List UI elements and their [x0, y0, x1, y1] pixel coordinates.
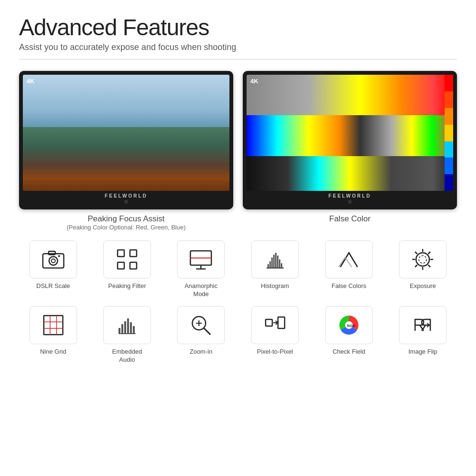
svg-point-4	[58, 255, 60, 257]
histogram-icon-box	[251, 240, 299, 278]
false-colors-label: False Colors	[332, 282, 367, 290]
monitor-natural-caption-title: Peaking Focus Assist	[67, 214, 186, 224]
monitor-natural-wrapper: 4K FEELWORLD Peaking Focus Assist (Peaki…	[19, 71, 233, 231]
screen-natural-visual	[23, 75, 229, 191]
feature-dslr-scale: DSLR Scale	[19, 240, 87, 298]
anamorphic-mode-icon-box	[177, 240, 225, 278]
monitor-false-screen: 4K	[247, 75, 453, 191]
svg-line-27	[415, 252, 417, 254]
monitor-false-wrapper: 4K FEELWORLD	[243, 71, 457, 231]
svg-rect-1	[49, 251, 55, 255]
svg-rect-40	[124, 321, 126, 334]
check-field-label: Check Field	[333, 348, 366, 356]
features-row-2: Nine Grid EmbeddedAudio Z	[19, 306, 457, 364]
anamorphic-mode-label: AnamorphicMode	[185, 282, 218, 298]
svg-rect-38	[119, 328, 120, 334]
svg-rect-48	[266, 319, 272, 326]
false-colorbar	[445, 75, 453, 191]
svg-rect-41	[127, 318, 129, 334]
svg-rect-5	[118, 250, 124, 257]
svg-rect-8	[130, 262, 137, 269]
exposure-icon-box	[399, 240, 446, 278]
svg-rect-43	[133, 326, 135, 334]
feature-histogram: Histogram	[241, 240, 309, 298]
svg-rect-32	[44, 316, 63, 335]
svg-line-30	[415, 265, 417, 268]
feature-false-colors: False Colors	[315, 240, 383, 298]
monitor-natural: 4K FEELWORLD	[19, 71, 233, 209]
camera-icon	[41, 247, 66, 272]
checkfield-icon: RGB	[337, 313, 361, 337]
monitor-natural-logo: FEELWORLD	[23, 193, 229, 198]
svg-rect-6	[130, 250, 137, 257]
svg-rect-42	[130, 322, 132, 334]
feature-peaking-filter: Peaking Filter	[93, 240, 161, 298]
svg-line-28	[428, 265, 431, 268]
monitor-false-dot	[348, 200, 352, 204]
dslr-scale-icon-box	[30, 240, 77, 278]
monitor-false-badge: 4K	[250, 78, 258, 85]
svg-rect-15	[269, 261, 271, 268]
monitor-false: 4K FEELWORLD	[243, 71, 457, 209]
peaking-filter-label: Peaking Filter	[108, 282, 146, 290]
embedded-audio-icon-box	[103, 306, 151, 344]
svg-rect-19	[277, 256, 278, 268]
histogram-label: Histogram	[261, 282, 289, 290]
imageflip-icon	[410, 313, 435, 337]
dslr-scale-label: DSLR Scale	[36, 282, 70, 290]
focus-icon	[115, 247, 139, 272]
monitor-natural-dot	[124, 200, 128, 204]
feature-pixel-to-pixel: Pixel-to-Pixel	[241, 306, 309, 364]
svg-rect-50	[278, 317, 285, 328]
page-title: Advanced Features	[19, 14, 457, 40]
svg-rect-20	[279, 259, 280, 268]
feature-embedded-audio: EmbeddedAudio	[93, 306, 161, 364]
histogram-icon	[263, 247, 288, 272]
triangle-icon	[337, 247, 361, 272]
audio-icon	[115, 313, 139, 337]
svg-point-2	[49, 257, 58, 265]
svg-text:RGB: RGB	[347, 324, 356, 328]
nine-grid-label: Nine Grid	[40, 348, 66, 356]
svg-rect-39	[121, 324, 123, 334]
pixel-to-pixel-label: Pixel-to-Pixel	[257, 348, 293, 356]
svg-rect-14	[268, 264, 269, 268]
svg-rect-18	[275, 253, 277, 268]
svg-rect-16	[271, 258, 273, 268]
feature-nine-grid: Nine Grid	[19, 306, 87, 364]
svg-line-45	[204, 328, 210, 335]
exposure-label: Exposure	[410, 282, 436, 290]
false-colors-icon-box	[325, 240, 373, 278]
feature-image-flip: Image Flip	[389, 306, 457, 364]
feature-zoom-in: Zoom-in	[167, 306, 235, 364]
monitor-natural-caption-sub: (Peaking Color Optional: Red, Green, Blu…	[67, 224, 186, 231]
page-subtitle: Assist you to accurately expose and focu…	[19, 42, 457, 60]
svg-rect-0	[43, 254, 64, 268]
false-mid	[247, 115, 453, 156]
zoom-in-icon-box	[177, 306, 225, 344]
pixel-icon	[263, 313, 288, 337]
false-bottom	[247, 156, 453, 191]
feature-check-field: RGB Check Field	[315, 306, 383, 364]
embedded-audio-label: EmbeddedAudio	[112, 348, 142, 364]
image-flip-icon-box	[399, 306, 446, 344]
monitors-row: 4K FEELWORLD Peaking Focus Assist (Peaki…	[19, 71, 457, 231]
monitor-natural-screen: 4K	[23, 75, 229, 191]
feature-anamorphic-mode: AnamorphicMode	[167, 240, 235, 298]
monitor-false-caption-title: False Color	[329, 214, 371, 224]
monitor-false-caption: False Color	[329, 214, 371, 224]
zoom-icon	[188, 313, 213, 337]
monitor-natural-caption: Peaking Focus Assist (Peaking Color Opti…	[67, 214, 186, 231]
exposure-icon	[410, 247, 435, 272]
pixel-to-pixel-icon-box	[251, 306, 299, 344]
svg-rect-17	[273, 255, 275, 268]
feature-exposure: Exposure	[389, 240, 457, 298]
zoom-in-label: Zoom-in	[189, 348, 212, 356]
anamorphic-icon	[188, 247, 213, 272]
svg-rect-7	[118, 262, 124, 269]
features-row-1: DSLR Scale Peaking Filter	[19, 240, 457, 298]
nine-grid-icon-box	[30, 306, 77, 344]
svg-line-29	[428, 252, 431, 254]
monitor-natural-badge: 4K	[27, 78, 35, 85]
monitor-false-logo: FEELWORLD	[247, 193, 453, 198]
